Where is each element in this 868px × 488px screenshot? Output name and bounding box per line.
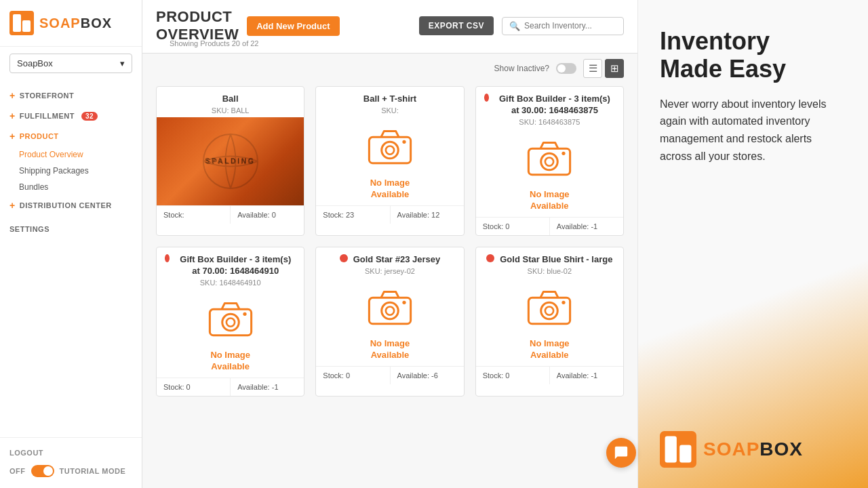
sidebar-item-shipping-packages[interactable]: Shipping Packages [0,163,142,179]
product-card[interactable]: Gold Star #23 Jersey SKU: jersey-02 [315,247,464,396]
product-sku: SKU: 1648463875 [484,118,615,126]
stock-stat: Stock: 0 [157,378,231,396]
product-footer: Stock: 0 Available: -1 [476,366,623,384]
chat-button[interactable] [606,438,636,468]
product-header: Gold Star Blue Shirt - large SKU: blue-0… [476,247,623,278]
page-title: PRODUCT OVERVIEW [156,8,239,43]
soapbox-logo-icon [9,11,34,35]
chat-icon [614,445,629,460]
product-image-area: No ImageAvailable [157,289,304,378]
sidebar-item-fulfillment[interactable]: + FULFILLMENT 32 [0,106,142,126]
product-name: Ball + T-shirt [363,94,416,105]
available-stat: Available: -1 [231,378,304,396]
svg-point-5 [382,142,399,159]
stock-stat: Stock: 0 [476,367,550,384]
tutorial-toggle[interactable] [31,465,54,477]
product-name: Gold Star #23 Jersey [353,254,441,266]
svg-point-7 [402,140,406,144]
no-image-placeholder: No ImageAvailable [526,134,573,212]
storefront-label: STOREFRONT [20,92,75,100]
product-footer: Stock: 0 Available: -1 [476,217,623,235]
right-panel-logo-icon [660,431,696,468]
fulfillment-badge: 32 [81,112,98,121]
dropdown-label: SoapBox [17,58,53,68]
sidebar-item-distribution-center[interactable]: + DISTRIBUTION CENTER [0,195,142,216]
plus-icon-3: + [9,131,16,142]
no-image-text: No ImageAvailable [370,338,410,361]
product-footer: Stock: 0 Available: -1 [157,378,304,396]
inactive-dot [165,254,170,262]
product-card[interactable]: Ball + T-shirt SKU: [315,86,464,236]
svg-point-10 [545,157,553,165]
show-inactive-label: Show Inactive? [494,64,549,73]
available-stat: Available: -1 [550,367,623,384]
no-image-placeholder: No ImageAvailable [366,283,414,361]
product-header: Gold Star #23 Jersey SKU: jersey-02 [316,247,463,278]
svg-point-19 [402,300,406,304]
right-panel-logo-text: SOAPBOX [703,439,803,460]
list-view-button[interactable]: ☰ [583,59,602,78]
svg-rect-25 [665,436,677,463]
no-image-text: No ImageAvailable [530,338,570,361]
product-sku: SKU: 1648464910 [165,279,296,287]
main-header: PRODUCT OVERVIEW Add New Product EXPORT … [156,8,624,43]
svg-point-11 [562,152,566,155]
stock-stat: Stock: 0 [476,218,550,235]
sidebar-item-settings[interactable]: SETTINGS [0,216,142,238]
product-card[interactable]: Gold Star Blue Shirt - large SKU: blue-0… [475,247,624,396]
no-image-text: No ImageAvailable [530,189,570,212]
view-icons: ☰ ⊞ [583,59,624,78]
export-csv-button[interactable]: EXPORT CSV [419,16,494,35]
basketball-brand: SPALDING [205,157,256,165]
svg-point-23 [562,300,566,304]
shipping-packages-label: Shipping Packages [19,166,89,176]
workspace-dropdown[interactable]: SoapBox ▾ [9,54,132,73]
camera-icon [526,134,573,184]
svg-rect-2 [22,20,31,32]
no-image-placeholder: No ImageAvailable [207,294,254,373]
grid-view-button[interactable]: ⊞ [605,59,624,78]
product-image-area: No ImageAvailable [476,278,623,366]
product-name: Gift Box Builder - 3 item(s) at 70.00: 1… [175,254,296,277]
tutorial-label: TUTORIAL MODE [60,467,126,475]
settings-label: SETTINGS [9,225,50,233]
product-footer: Stock: Available: 0 [157,205,304,224]
inactive-dot [484,94,489,102]
camera-icon [526,283,573,333]
product-sku: SKU: BALL [165,106,296,115]
svg-rect-26 [679,445,691,463]
sidebar-logo: SOAPBOX [0,0,142,47]
product-card[interactable]: Ball SKU: BALL SPALDING [156,86,304,236]
svg-point-9 [541,153,558,170]
svg-point-18 [386,306,394,314]
logout-button[interactable]: LOGOUT [9,445,132,461]
plus-icon: + [9,90,16,101]
show-inactive-toggle[interactable] [556,63,576,74]
no-image-text: No ImageAvailable [370,178,410,201]
available-stat: Available: 12 [391,206,464,224]
right-panel-logo: SOAPBOX [660,431,846,468]
sidebar-item-product[interactable]: + PRODUCT [0,126,142,146]
product-image-area: No ImageAvailable [476,129,623,217]
product-image-area: No ImageAvailable [316,278,463,366]
search-input[interactable] [524,21,616,30]
available-stat: Available: -6 [391,367,464,384]
tutorial-row: OFF TUTORIAL MODE [9,461,132,481]
svg-point-21 [541,302,558,319]
inactive-dot [486,254,494,262]
toolbar-row: Show Inactive? ☰ ⊞ [142,54,637,83]
product-card[interactable]: Gift Box Builder - 3 item(s) at 30.00: 1… [475,86,624,236]
products-grid: Ball SKU: BALL SPALDING [156,83,624,396]
sidebar-bottom: LOGOUT OFF TUTORIAL MODE [0,437,142,488]
no-image-placeholder: No ImageAvailable [366,122,414,201]
sidebar-item-product-overview[interactable]: Product Overview [0,146,142,163]
svg-point-15 [243,312,246,315]
sidebar-item-storefront[interactable]: + STOREFRONT [0,85,142,106]
bundles-label: Bundles [19,182,48,192]
sidebar-item-bundles[interactable]: Bundles [0,179,142,195]
product-card[interactable]: Gift Box Builder - 3 item(s) at 70.00: 1… [156,247,304,396]
showing-text: Showing Products 20 of 22 [156,39,624,53]
add-new-product-button[interactable]: Add New Product [247,16,339,36]
no-image-placeholder: No ImageAvailable [526,283,573,361]
inactive-dot [340,254,348,262]
